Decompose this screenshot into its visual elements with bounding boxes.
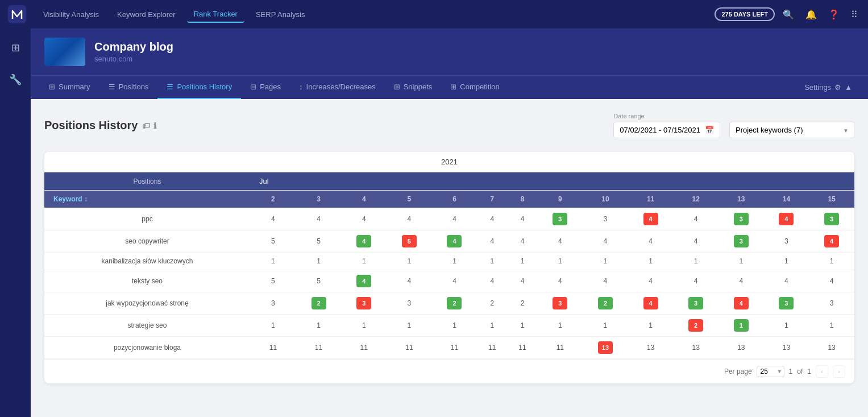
position-value: 3 xyxy=(764,230,809,253)
tab-positions-history[interactable]: ☰ Positions History xyxy=(157,76,241,99)
search-button[interactable]: 🔍 xyxy=(779,6,798,23)
date-range-group: Date range 07/02/2021 - 07/15/2021 📅 xyxy=(613,113,720,138)
position-badge-red: 13 xyxy=(598,341,613,354)
keywords-filter-select[interactable]: Project keywords (7) All keywords xyxy=(729,122,854,138)
tab-positions[interactable]: ☰ Positions xyxy=(99,76,158,99)
position-value: 1 xyxy=(507,315,537,337)
position-value: 1 xyxy=(250,315,296,337)
position-value: 4 xyxy=(432,208,477,230)
month-date-filler xyxy=(673,172,719,191)
month-date-filler xyxy=(764,172,809,191)
year-cell: 2021 xyxy=(44,152,854,172)
keyword-cell[interactable]: kanibalizacja słów kluczowych xyxy=(44,253,250,270)
next-page-button[interactable]: › xyxy=(833,365,845,378)
position-value: 4 xyxy=(673,208,719,230)
position-value: 4 xyxy=(507,230,537,253)
position-value: 4 xyxy=(477,230,507,253)
position-badge-red: 3 xyxy=(553,297,567,309)
sidebar-tools-icon[interactable]: 🔧 xyxy=(5,69,26,90)
keyword-cell[interactable]: teksty seo xyxy=(44,270,250,292)
page-title-row: Positions History 🏷 ℹ Date range 07/02/2… xyxy=(44,113,854,138)
position-badge-red: 4 xyxy=(734,297,749,309)
nav-visibility-analysis[interactable]: Visibility Analysis xyxy=(36,7,106,22)
position-badge-red: 4 xyxy=(824,235,839,247)
nav-keyword-explorer[interactable]: Keyword Explorer xyxy=(110,7,182,22)
page-heading: Positions History 🏷 ℹ xyxy=(44,119,156,132)
keyword-cell[interactable]: seo copywriter xyxy=(44,230,250,253)
date-column-header: 12 xyxy=(673,191,719,208)
tab-pages[interactable]: ⊟ Pages xyxy=(241,76,290,99)
nav-rank-tracker[interactable]: Rank Tracker xyxy=(187,6,244,23)
position-value: 4 xyxy=(538,230,583,253)
table-row: teksty seo55444444444444 xyxy=(44,270,854,292)
project-thumbnail xyxy=(44,38,85,66)
position-value: 2 xyxy=(507,292,537,315)
tab-snippets[interactable]: ⊞ Snippets xyxy=(385,76,442,99)
keyword-column-header[interactable]: Keyword ↕ xyxy=(44,191,250,208)
project-header: Company blog senuto.com xyxy=(31,28,868,75)
position-value: 1 xyxy=(341,315,387,337)
position-cell: 3 xyxy=(538,208,583,230)
bookmark-icon[interactable]: 🏷 xyxy=(142,121,150,130)
month-date-filler xyxy=(583,172,628,191)
sidebar-dashboard-icon[interactable]: ⊞ xyxy=(5,38,26,58)
position-value: 1 xyxy=(538,315,583,337)
year-header-row: 2021 xyxy=(44,152,854,172)
position-badge-green: 2 xyxy=(312,297,326,309)
settings-button[interactable]: Settings ⚙ ▲ xyxy=(798,79,859,96)
position-cell: 4 xyxy=(341,270,387,292)
keyword-cell[interactable]: strategie seo xyxy=(44,315,250,337)
position-value: 3 xyxy=(583,208,628,230)
nav-serp-analysis[interactable]: SERP Analysis xyxy=(249,7,312,22)
month-date-filler xyxy=(507,172,537,191)
position-value: 4 xyxy=(387,208,432,230)
tab-summary[interactable]: ⊞ Summary xyxy=(40,76,99,99)
positions-history-icon: ☰ xyxy=(167,82,173,91)
month-date-filler xyxy=(296,172,342,191)
position-value: 11 xyxy=(387,337,432,359)
position-badge-green: 3 xyxy=(779,297,794,309)
keyword-cell[interactable]: pozycjonowanie bloga xyxy=(44,337,250,359)
position-value: 11 xyxy=(432,337,477,359)
position-cell: 4 xyxy=(432,230,477,253)
position-cell: 3 xyxy=(673,292,719,315)
position-value: 1 xyxy=(764,253,809,270)
month-date-filler xyxy=(719,172,764,191)
position-value: 4 xyxy=(341,208,387,230)
positions-icon: ☰ xyxy=(109,82,115,91)
position-cell: 1 xyxy=(719,315,764,337)
table-row: jak wypozycjonować stronę32332223243433 xyxy=(44,292,854,315)
position-badge-green: 3 xyxy=(688,297,703,309)
settings-collapse-icon: ▲ xyxy=(845,83,852,92)
position-value: 5 xyxy=(296,230,342,253)
position-value: 2 xyxy=(477,292,507,315)
page-content: Positions History 🏷 ℹ Date range 07/02/2… xyxy=(31,99,868,417)
keyword-cell[interactable]: jak wypozycjonować stronę xyxy=(44,292,250,315)
position-value: 1 xyxy=(583,253,628,270)
tab-positions-label: Positions xyxy=(119,82,149,91)
app-logo[interactable] xyxy=(7,4,27,24)
tab-competition[interactable]: ⊞ Competition xyxy=(441,76,508,99)
keyword-cell[interactable]: ppc xyxy=(44,208,250,230)
keyword-label: Keyword xyxy=(53,195,82,203)
position-cell: 2 xyxy=(583,292,628,315)
per-page-wrapper: 10 25 50 100 xyxy=(757,366,784,377)
per-page-select[interactable]: 10 25 50 100 xyxy=(757,366,784,377)
info-icon[interactable]: ℹ xyxy=(153,121,156,130)
notifications-button[interactable]: 🔔 xyxy=(802,6,820,23)
apps-button[interactable]: ⠿ xyxy=(848,6,861,23)
position-value: 13 xyxy=(628,337,674,359)
page-title-icons: 🏷 ℹ xyxy=(142,121,156,130)
position-cell: 3 xyxy=(809,208,854,230)
date-column-header: 11 xyxy=(628,191,674,208)
position-value: 4 xyxy=(296,208,342,230)
help-button[interactable]: ❓ xyxy=(825,6,843,23)
tab-increases[interactable]: ↕ Increases/Decreases xyxy=(290,76,385,99)
project-title: Company blog xyxy=(94,40,173,53)
date-column-header: 14 xyxy=(764,191,809,208)
position-badge-green: 4 xyxy=(447,235,462,247)
prev-page-button[interactable]: ‹ xyxy=(816,365,828,378)
position-value: 1 xyxy=(387,253,432,270)
date-range-input[interactable]: 07/02/2021 - 07/15/2021 📅 xyxy=(613,122,720,138)
position-value: 1 xyxy=(673,253,719,270)
